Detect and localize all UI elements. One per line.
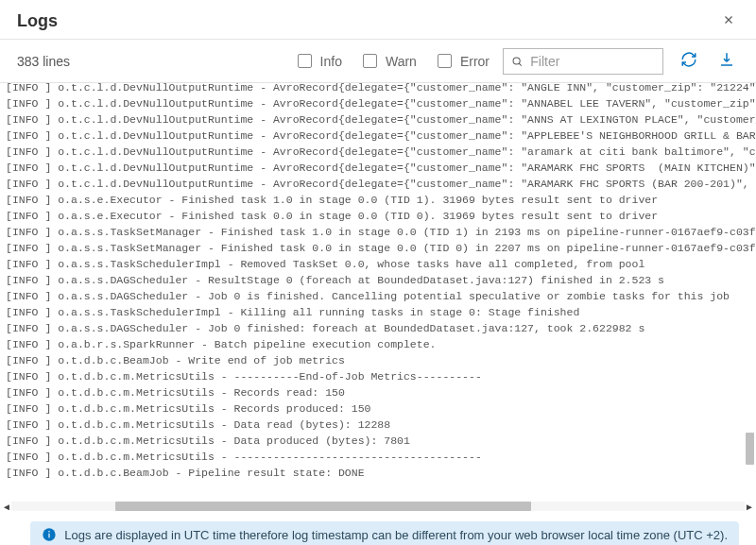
log-line: [INFO ] o.t.d.b.c.m.MetricsUtils - -----… <box>6 368 750 384</box>
h-scrollbar[interactable]: ◄ ► <box>0 501 756 514</box>
log-line: [INFO ] o.t.d.b.c.m.MetricsUtils - -----… <box>6 449 750 465</box>
log-line: [INFO ] o.t.c.l.d.DevNullOutputRuntime -… <box>6 83 750 95</box>
log-line: [INFO ] o.t.c.l.d.DevNullOutputRuntime -… <box>6 176 750 192</box>
header: Logs <box>0 0 756 40</box>
log-line: [INFO ] o.t.d.b.c.m.MetricsUtils - Data … <box>6 417 750 433</box>
page-title: Logs <box>17 11 58 31</box>
log-line: [INFO ] o.a.s.e.Executor - Finished task… <box>6 208 750 224</box>
timezone-notice: Logs are displayed in UTC time therefore… <box>30 521 739 545</box>
log-line: [INFO ] o.t.d.b.c.BeamJob - Write end of… <box>6 352 750 368</box>
search-icon <box>511 55 523 68</box>
scroll-left-arrow[interactable]: ◄ <box>2 502 11 512</box>
error-label: Error <box>460 54 490 69</box>
svg-rect-3 <box>49 531 50 532</box>
download-button[interactable] <box>714 47 739 75</box>
log-line: [INFO ] o.t.c.l.d.DevNullOutputRuntime -… <box>6 95 750 111</box>
log-viewport[interactable]: [INFO ] o.t.c.l.d.DevNullOutputRuntime -… <box>0 83 756 501</box>
log-line: [INFO ] o.a.s.e.Executor - Finished task… <box>6 192 750 208</box>
footer: Logs are displayed in UTC time therefore… <box>0 514 756 545</box>
log-line: [INFO ] o.a.s.s.DAGScheduler - Job 0 fin… <box>6 320 750 336</box>
download-icon <box>718 51 735 68</box>
log-line: [INFO ] o.t.c.l.d.DevNullOutputRuntime -… <box>6 128 750 144</box>
h-scrollbar-track[interactable] <box>11 502 745 511</box>
info-label: Info <box>320 54 342 69</box>
refresh-icon <box>680 51 697 68</box>
log-line: [INFO ] o.t.c.l.d.DevNullOutputRuntime -… <box>6 160 750 176</box>
log-line: [INFO ] o.a.s.s.TaskSchedulerImpl - Remo… <box>6 256 750 272</box>
warn-checkbox[interactable] <box>363 54 377 68</box>
filter-input[interactable] <box>528 53 655 70</box>
log-line: [INFO ] o.t.d.b.c.m.MetricsUtils - Recor… <box>6 400 750 417</box>
log-line: [INFO ] o.a.s.s.DAGScheduler - ResultSta… <box>6 272 750 288</box>
log-line: [INFO ] o.a.s.s.DAGScheduler - Job 0 is … <box>6 288 750 304</box>
log-line: [INFO ] o.a.s.s.TaskSchedulerImpl - Kill… <box>6 304 750 320</box>
h-scrollbar-thumb[interactable] <box>115 502 531 511</box>
level-filters: Info Warn Error <box>294 51 490 71</box>
level-info-check[interactable]: Info <box>294 51 342 71</box>
log-line: [INFO ] o.a.s.s.TaskSetManager - Finishe… <box>6 224 750 240</box>
log-line: [INFO ] o.a.b.r.s.SparkRunner - Batch pi… <box>6 336 750 352</box>
level-warn-check[interactable]: Warn <box>359 51 417 71</box>
log-line: [INFO ] o.a.s.s.TaskSetManager - Finishe… <box>6 240 750 256</box>
svg-point-0 <box>513 57 520 63</box>
log-line: [INFO ] o.t.c.l.d.DevNullOutputRuntime -… <box>6 144 750 160</box>
level-error-check[interactable]: Error <box>434 51 490 71</box>
error-checkbox[interactable] <box>438 54 452 68</box>
log-line: [INFO ] o.t.d.b.c.m.MetricsUtils - Recor… <box>6 384 750 400</box>
line-count: 383 lines <box>17 54 281 69</box>
warn-label: Warn <box>386 54 417 69</box>
log-line: [INFO ] o.t.d.b.c.m.MetricsUtils - Data … <box>6 433 750 449</box>
refresh-button[interactable] <box>677 47 701 75</box>
log-line: [INFO ] o.t.d.b.c.BeamJob - Pipeline res… <box>6 465 750 481</box>
toolbar: 383 lines Info Warn Error <box>0 40 756 83</box>
close-button[interactable] <box>718 9 739 33</box>
close-icon <box>722 13 735 26</box>
log-content: [INFO ] o.t.c.l.d.DevNullOutputRuntime -… <box>0 83 756 481</box>
log-line: [INFO ] o.t.c.l.d.DevNullOutputRuntime -… <box>6 111 750 128</box>
svg-rect-2 <box>49 534 50 538</box>
info-icon <box>42 527 57 542</box>
scroll-right-arrow[interactable]: ► <box>745 502 754 512</box>
filter-input-wrap[interactable] <box>503 48 663 75</box>
timezone-text: Logs are displayed in UTC time therefore… <box>64 528 728 542</box>
info-checkbox[interactable] <box>298 54 312 68</box>
v-scrollbar-thumb[interactable] <box>746 433 754 465</box>
